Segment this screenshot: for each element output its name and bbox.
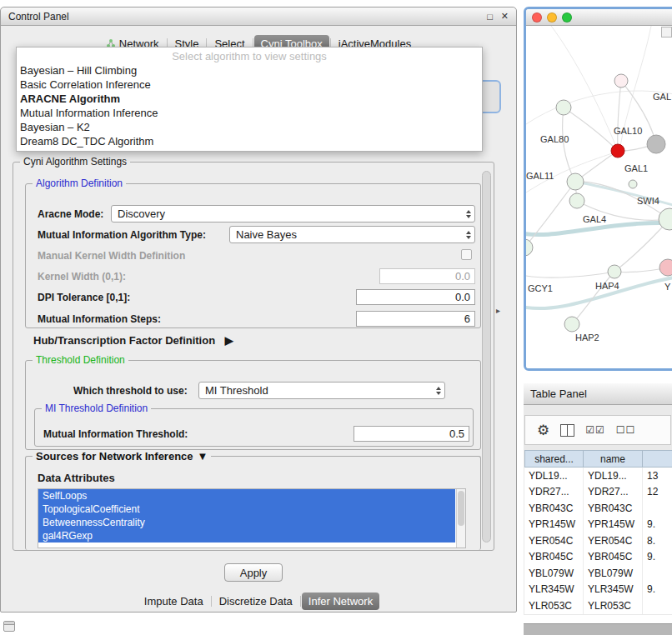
table-cell[interactable]: YPR145W <box>524 517 584 533</box>
gear-icon[interactable]: ⚙ <box>537 422 549 439</box>
list-scrollbar[interactable] <box>456 489 465 548</box>
dropdown-item[interactable]: Bayesian – Hill Climbing <box>17 63 482 78</box>
table-cell[interactable]: 9. <box>643 549 672 566</box>
list-item[interactable]: BetweennessCentrality <box>38 516 455 529</box>
table-cell[interactable]: YBR045C <box>584 549 643 566</box>
dropdown-item[interactable]: Dream8 DC_TDC Algorithm <box>17 134 482 148</box>
tab-impute-data[interactable]: Impute Data <box>138 592 210 610</box>
table-cell[interactable]: YPR145W <box>584 517 643 533</box>
table-cell[interactable]: 13 <box>643 468 672 484</box>
zoom-traffic-light[interactable] <box>562 12 572 22</box>
dropdown-item[interactable]: Bayesian – K2 <box>17 120 482 134</box>
columns-icon[interactable] <box>560 424 574 437</box>
table-cell[interactable]: YBL079W <box>584 565 643 582</box>
table-cell[interactable] <box>643 500 672 517</box>
mi-steps-label: Mutual Information Steps: <box>38 313 161 325</box>
list-item[interactable]: TopologicalCoefficient <box>38 502 455 516</box>
network-node[interactable] <box>608 265 621 278</box>
table-row[interactable]: YBL079W YBL079W <box>524 565 672 582</box>
table-cell[interactable]: YDL19... <box>524 468 584 484</box>
table-cell[interactable]: 9. <box>643 517 672 533</box>
minimize-traffic-light[interactable] <box>547 12 557 22</box>
window-title: Control Panel <box>8 11 69 22</box>
kernel-width-field[interactable]: 0.0 <box>379 268 475 284</box>
which-threshold-select[interactable]: MI Threshold <box>198 382 445 399</box>
list-item[interactable]: SelfLoops <box>38 489 455 502</box>
table-header-row: shared... name <box>524 450 672 468</box>
table-cell[interactable] <box>643 565 672 582</box>
network-node[interactable] <box>526 239 533 256</box>
close-window-icon[interactable]: ✕ <box>501 11 509 22</box>
table-cell[interactable]: YLR345W <box>524 582 584 598</box>
table-cell[interactable]: 8. <box>643 532 672 549</box>
dropdown-item[interactable]: Basic Correlation Inference <box>17 78 482 92</box>
table-cell[interactable] <box>643 598 672 614</box>
table-cell[interactable]: YBL079W <box>524 565 584 582</box>
table-cell[interactable]: YER054C <box>584 532 643 549</box>
table-row[interactable]: YPR145W YPR145W 9. <box>524 517 672 533</box>
manual-kernel-checkbox[interactable] <box>461 249 472 260</box>
table-cell[interactable]: YDL19... <box>584 468 643 484</box>
mi-threshold-field[interactable]: 0.5 <box>354 426 469 442</box>
table-cell[interactable]: YER054C <box>524 532 584 549</box>
dpi-tolerance-field[interactable]: 0.0 <box>356 289 475 305</box>
deselect-all-icon[interactable]: ☐☐ <box>616 424 636 436</box>
table-cell[interactable]: 12 <box>643 484 672 501</box>
table-cell[interactable]: YLR053C <box>524 598 584 614</box>
algorithm-dropdown-popup: Select algorithm to view settings Bayesi… <box>16 47 483 152</box>
table-cell[interactable]: YLR053C <box>584 598 643 614</box>
dropdown-item-selected[interactable]: ARACNE Algorithm <box>17 92 482 106</box>
table-cell[interactable]: YBR043C <box>584 500 643 517</box>
tab-divider <box>211 596 212 607</box>
list-scrollbar-thumb[interactable] <box>458 491 464 526</box>
network-canvas[interactable]: GAL80 GAL10 GAL11 GAL1 SWI4 GAL4 GCY1 HA… <box>526 26 672 368</box>
settings-scrollbar[interactable] <box>482 171 491 542</box>
network-node[interactable] <box>567 173 584 190</box>
sources-section-toggle[interactable]: Sources for Network Inference ▼ <box>33 450 211 462</box>
network-node-gal10[interactable] <box>611 144 624 158</box>
select-all-icon[interactable]: ☑☑ <box>585 424 605 436</box>
table-row[interactable]: YBR043C YBR043C <box>524 500 672 517</box>
table-cell[interactable]: YDR27... <box>584 484 643 501</box>
network-node[interactable] <box>647 135 665 153</box>
network-node[interactable] <box>614 74 628 88</box>
table-cell[interactable]: YDR27... <box>524 484 584 501</box>
network-node[interactable] <box>569 193 584 208</box>
edge <box>563 108 575 182</box>
network-view-window: GAL80 GAL10 GAL11 GAL1 SWI4 GAL4 GCY1 HA… <box>524 7 672 371</box>
table-cell[interactable]: YLR345W <box>584 582 643 598</box>
hub-section-toggle[interactable]: Hub/Transcription Factor Definition ▶ <box>33 334 233 347</box>
table-row[interactable]: YER054C YER054C 8. <box>524 532 672 549</box>
network-node[interactable] <box>659 208 672 230</box>
mi-steps-field[interactable]: 6 <box>356 311 475 327</box>
aracne-mode-select[interactable]: Discovery <box>111 205 475 222</box>
network-node[interactable] <box>629 180 637 188</box>
field-value: 0.0 <box>455 291 470 303</box>
table-cell[interactable]: YBR045C <box>524 549 584 566</box>
table-row[interactable]: YDL19... YDL19... 13 <box>524 468 672 484</box>
table-row[interactable]: YLR345W YLR345W 9. <box>524 582 672 598</box>
tab-infer-network[interactable]: Infer Network <box>302 592 379 610</box>
list-item[interactable]: gal4RGexp <box>38 529 455 542</box>
restore-panel-icon[interactable] <box>3 621 15 632</box>
apply-button[interactable]: Apply <box>224 563 283 582</box>
column-header[interactable] <box>643 450 672 468</box>
table-row[interactable]: YBR045C YBR045C 9. <box>524 549 672 566</box>
table-cell[interactable]: YBR043C <box>524 500 584 517</box>
table-row[interactable]: YDR27... YDR27... 12 <box>524 484 672 501</box>
float-window-icon[interactable]: □ <box>487 12 493 22</box>
column-header[interactable]: name <box>584 450 643 468</box>
canvas-corner-button[interactable] <box>661 27 672 38</box>
splitter-caret-icon[interactable]: ▸ <box>496 306 500 315</box>
network-node[interactable] <box>556 100 571 115</box>
dropdown-item[interactable]: Mutual Information Inference <box>17 106 482 120</box>
tab-discretize-data[interactable]: Discretize Data <box>213 592 299 610</box>
mi-threshold-label: Mutual Information Threshold: <box>43 428 188 440</box>
table-row[interactable]: YLR053C YLR053C <box>524 598 672 614</box>
mi-type-select[interactable]: Naive Bayes <box>229 226 475 243</box>
network-node[interactable] <box>564 317 579 332</box>
column-header[interactable]: shared... <box>524 450 584 468</box>
table-cell[interactable]: 9. <box>643 582 672 598</box>
network-node[interactable] <box>659 259 672 276</box>
close-traffic-light[interactable] <box>532 12 542 22</box>
